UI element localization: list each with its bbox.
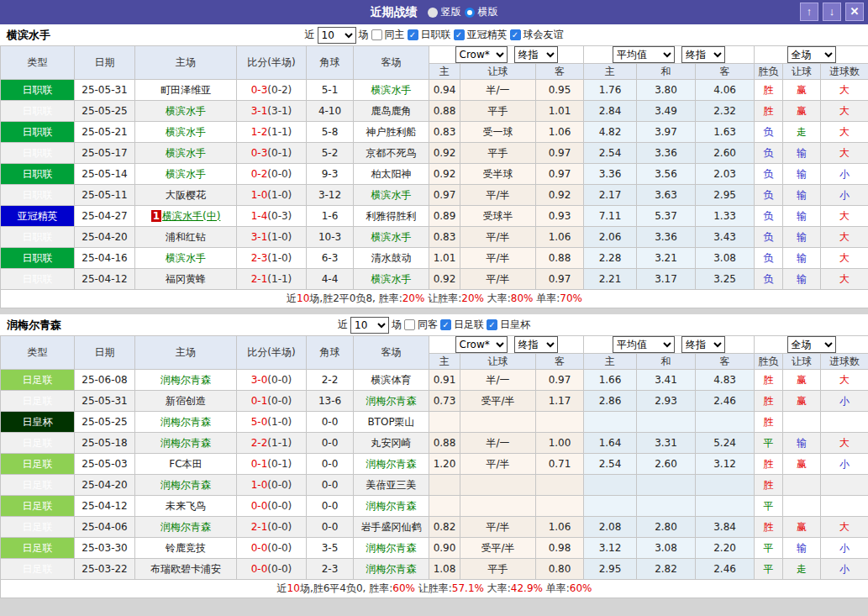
final-odds-select-1[interactable]: 终指 (514, 336, 558, 353)
goals-result-label: 小 (839, 458, 850, 470)
layout-vertical-radio[interactable] (428, 8, 438, 18)
team-name-heading: 横滨水手 (7, 28, 50, 43)
home-team-name[interactable]: 横滨水手(中) (162, 210, 220, 222)
match-count-select[interactable]: 10 (318, 27, 356, 44)
league-checkbox-emperors-cup[interactable]: ✓ (487, 319, 497, 330)
corner-cell: 1-6 (307, 206, 354, 227)
home-team-name: 铃鹿竞技 (166, 542, 206, 554)
home-team-cell: 町田泽维亚 (135, 80, 237, 101)
handicap-odds-away: 1.17 (536, 391, 584, 412)
goals-result-label: 大 (839, 374, 850, 386)
goals-result-cell: 大 (821, 80, 868, 101)
final-odds-select-2[interactable]: 终指 (681, 336, 725, 353)
away-team-name: 岩手盛冈仙鹤 (361, 521, 422, 533)
match-row: 日足联25-05-31新宿创造0-1(0-0)13-6润梅尔青森0.73受平/半… (1, 391, 868, 412)
avg-odds-home: 2.86 (584, 391, 637, 412)
match-date: 25-05-03 (75, 454, 135, 475)
home-team-cell: 1横滨水手(中) (135, 206, 237, 227)
half-time-score: (0-1) (267, 458, 292, 470)
match-row: 日足联25-06-08润梅尔青森3-0(0-0)2-2横滨体育0.91半/一0.… (1, 370, 868, 391)
odds-source-select[interactable]: Crow* (455, 46, 508, 63)
avg-odds-draw: 3.21 (637, 248, 696, 269)
same-away-checkbox[interactable] (404, 319, 415, 330)
goals-result-cell: 大 (821, 248, 868, 269)
col-header-avg-home: 主 (584, 354, 637, 370)
home-team-cell: 横滨水手 (135, 248, 237, 269)
handicap-result-label: 输 (797, 189, 807, 201)
score-cell: 0-1(0-0) (237, 391, 307, 412)
arrow-up-icon: ↑ (807, 5, 813, 18)
result-label: 胜 (764, 479, 774, 491)
away-team-cell: 鹿岛鹿角 (354, 101, 429, 122)
handicap-result-label: 赢 (797, 395, 807, 407)
handicap-odds-home: 0.88 (429, 433, 460, 454)
col-header-corner: 角球 (307, 336, 354, 370)
handicap-result-label: 输 (797, 542, 807, 554)
close-button[interactable]: ✕ (845, 3, 864, 21)
match-row: 日足联25-04-12未来飞鸟0-0(0-0)0-0润梅尔青森平 (1, 496, 868, 517)
league-checkbox-jfl[interactable]: ✓ (440, 319, 451, 330)
match-row: 日皇杯25-05-25润梅尔青森5-0(1-0)0-0BTOP栗山胜 (1, 412, 868, 433)
summary-segment: 20% (402, 292, 425, 304)
scope-select[interactable]: 全场 (787, 46, 836, 63)
summary-row: 近10场,胜6平4负0, 胜率:60% 让胜率:57.1% 大率:42.9% 单… (1, 580, 868, 598)
away-team-name: 润梅尔青森 (366, 563, 417, 575)
match-row: 日足联25-05-03FC本田0-1(0-1)0-0润梅尔青森1.20平/半0.… (1, 454, 868, 475)
same-home-checkbox[interactable] (371, 29, 382, 40)
odds-source-select[interactable]: Crow* (455, 336, 508, 353)
col-header-home: 主场 (135, 46, 237, 80)
handicap-odds-home: 0.83 (429, 122, 460, 143)
score-cell: 3-0(0-0) (237, 370, 307, 391)
handicap-result-cell: 赢 (783, 370, 821, 391)
col-header-home: 主场 (135, 336, 237, 370)
full-time-score: 3-1 (251, 105, 268, 117)
away-team-cell: 柏太阳神 (354, 164, 429, 185)
league-checkbox-acl[interactable]: ✓ (454, 29, 465, 40)
average-select[interactable]: 平均值 (613, 336, 675, 353)
scope-select[interactable]: 全场 (787, 336, 836, 353)
final-odds-select-2[interactable]: 终指 (681, 46, 725, 63)
corner-cell: 0-0 (307, 433, 354, 454)
goals-result-cell: 大 (821, 433, 868, 454)
result-label: 平 (764, 500, 774, 512)
move-down-button[interactable]: ↓ (823, 3, 841, 21)
odds-source-header: Crow* 终指 (429, 336, 584, 354)
handicap-result-cell: 输 (783, 143, 821, 164)
match-count-select[interactable]: 10 (350, 317, 389, 334)
col-header-result: 胜负 (755, 354, 783, 370)
average-select[interactable]: 平均值 (613, 46, 675, 63)
league-badge: 日职联 (1, 101, 75, 122)
match-date: 25-05-17 (75, 143, 135, 164)
full-time-score: 0-3 (251, 84, 268, 96)
league-badge: 日职联 (1, 185, 75, 206)
section-yokohama-marinos: 横滨水手 近 10 场 同主 ✓ 日职联 ✓ 亚冠精英 ✓ 球会友谊 类型 日期… (0, 24, 868, 308)
league-checkbox-friendly[interactable]: ✓ (510, 29, 521, 40)
handicap-odds-home (429, 475, 460, 496)
final-odds-select-1[interactable]: 终指 (514, 46, 558, 63)
col-header-avg-away: 客 (696, 354, 755, 370)
avg-odds-draw: 5.37 (637, 206, 696, 227)
goals-result-cell: 小 (821, 454, 868, 475)
avg-odds-draw: 2.93 (637, 391, 696, 412)
league-checkbox-jleague[interactable]: ✓ (408, 29, 418, 40)
summary-segment: 近 (287, 292, 297, 304)
avg-odds-away: 3.08 (696, 248, 755, 269)
half-time-score: (1-1) (267, 437, 292, 449)
half-time-score: (0-0) (267, 374, 292, 386)
handicap-result-cell: 赢 (783, 101, 821, 122)
avg-odds-home: 2.95 (584, 559, 637, 580)
away-team-cell: 横滨水手 (354, 80, 429, 101)
match-row: 日职联25-04-12福冈黄蜂2-1(1-1)4-4横滨水手0.92平/半0.9… (1, 269, 868, 290)
league-checkbox-friendly-label: 球会友谊 (523, 28, 564, 42)
avg-odds-draw: 3.36 (637, 227, 696, 248)
handicap-result-cell: 输 (783, 269, 821, 290)
league-badge: 日足联 (1, 538, 75, 559)
score-cell: 2-3(1-0) (237, 248, 307, 269)
handicap-result-label: 输 (797, 168, 807, 180)
move-up-button[interactable]: ↑ (800, 3, 818, 21)
summary-segment: 20% (461, 292, 484, 304)
avg-odds-home: 3.12 (584, 538, 637, 559)
layout-horizontal-radio[interactable] (465, 8, 475, 18)
col-header-handicap-line: 让球 (460, 64, 536, 80)
half-time-score: (1-0) (267, 416, 292, 428)
